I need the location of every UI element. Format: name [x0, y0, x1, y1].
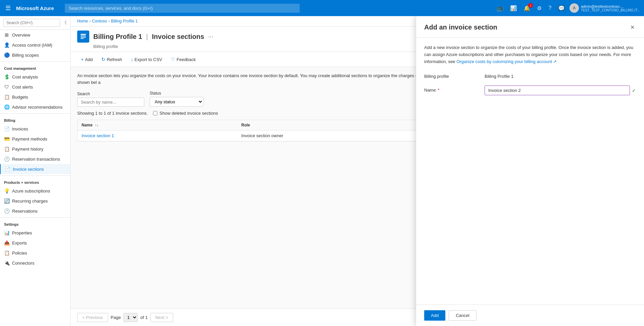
search-label: Search: [77, 92, 144, 96]
svg-rect-3: [81, 38, 84, 39]
sidebar-search-input[interactable]: [3, 19, 60, 27]
add-label: Add: [85, 57, 93, 62]
feedback-button[interactable]: ♡ Feedback: [167, 55, 199, 64]
panel-add-button[interactable]: Add: [424, 310, 445, 321]
of-text: of 1: [140, 315, 148, 320]
previous-button[interactable]: < Previous: [77, 313, 108, 322]
title-separator: |: [146, 33, 148, 41]
user-avatar: A: [569, 3, 579, 13]
app-logo: Microsoft Azure: [16, 5, 54, 11]
svg-rect-0: [81, 34, 86, 35]
add-button[interactable]: + Add: [77, 55, 96, 64]
invoice-section-link[interactable]: Invoice section 1: [82, 133, 114, 138]
sidebar-item-label: Overview: [12, 33, 30, 38]
refresh-button[interactable]: ↻ Refresh: [98, 55, 126, 64]
sidebar-item-payment-history[interactable]: 📋 Payment history: [0, 144, 70, 154]
sidebar-item-advisor[interactable]: 🌐 Advisor recommendations: [0, 102, 70, 112]
help-icon[interactable]: ?: [546, 4, 553, 12]
show-deleted-checkbox[interactable]: [153, 111, 157, 115]
topbar: ☰ Microsoft Azure 📺 📊 🔔 1 ⚙ ? 💬 A admin@…: [0, 0, 644, 16]
main-layout: 《 ⊞ Overview 👤 Access control (IAM) 🔵 Bi…: [0, 16, 644, 326]
panel-close-button[interactable]: ✕: [629, 23, 636, 32]
cost-alerts-icon: 🛡: [4, 84, 9, 90]
breadcrumb-home[interactable]: Home: [77, 19, 88, 23]
feedback-label: Feedback: [177, 57, 196, 62]
export-icon: ↓: [131, 57, 133, 62]
dashboard-icon[interactable]: 📊: [508, 4, 519, 13]
breadcrumb-billing-profile[interactable]: Billing Profile 1: [111, 19, 138, 23]
sidebar-item-reservation-transactions[interactable]: 🕐 Reservation transactions: [0, 154, 70, 164]
sidebar-collapse-btn[interactable]: 《: [62, 20, 67, 26]
sidebar-item-iam[interactable]: 👤 Access control (IAM): [0, 40, 70, 50]
sidebar-item-label: Invoices: [12, 126, 28, 131]
sidebar-item-reservations[interactable]: 🕐 Reservations: [0, 206, 70, 216]
sidebar-item-recurring-charges[interactable]: 🔄 Recurring charges: [0, 196, 70, 206]
show-deleted-label: Show deleted invoice sections: [159, 111, 218, 116]
status-filter: Status Any status Active Inactive: [150, 91, 203, 107]
export-label: Export to CSV: [135, 57, 162, 62]
panel-footer: Add Cancel: [416, 305, 644, 326]
sidebar-item-invoice-sections[interactable]: 📄 Invoice sections: [0, 164, 70, 174]
col-name[interactable]: Name ↑↓: [78, 120, 237, 130]
feedback-icon: ♡: [171, 57, 175, 62]
feedback-icon[interactable]: 💬: [556, 4, 567, 13]
add-invoice-section-panel: Add an invoice section ✕ Add a new invoi…: [416, 16, 644, 326]
user-menu[interactable]: A admin@testtestcontoso.... TEST_TEST_CO…: [569, 3, 640, 13]
invoice-sections-icon: 📄: [5, 166, 10, 172]
panel-title: Add an invoice section: [424, 23, 497, 31]
more-options-btn[interactable]: ···: [208, 33, 213, 40]
billing-scopes-icon: 🔵: [4, 52, 9, 58]
panel-cancel-button[interactable]: Cancel: [449, 310, 476, 321]
notification-badge: 1: [528, 3, 533, 8]
billing-section-label: Billing: [0, 115, 70, 124]
status-select[interactable]: Any status Active Inactive: [150, 97, 203, 107]
status-label: Status: [150, 91, 203, 96]
page-text: Page: [111, 315, 121, 320]
screen-icon[interactable]: 📺: [495, 4, 505, 13]
panel-body: Add a new invoice section to organize th…: [416, 38, 644, 305]
sidebar-item-label: Policies: [12, 251, 27, 256]
sidebar-item-budgets[interactable]: 📋 Budgets: [0, 92, 70, 102]
sidebar-item-billing-scopes[interactable]: 🔵 Billing scopes: [0, 50, 70, 60]
export-button[interactable]: ↓ Export to CSV: [127, 55, 166, 64]
divider-cost: [0, 61, 70, 62]
sidebar-item-connectors[interactable]: 🔌 Connectors: [0, 258, 70, 268]
panel-description-link[interactable]: Organize costs by cutomizing your billin…: [456, 59, 557, 64]
col-role[interactable]: Role: [237, 120, 434, 130]
settings-icon[interactable]: ⚙: [535, 4, 544, 13]
breadcrumb-contoso[interactable]: Contoso: [92, 19, 107, 23]
breadcrumb-sep2: ›: [108, 19, 110, 23]
azure-subs-icon: 💡: [4, 188, 9, 194]
sidebar-item-cost-alerts[interactable]: 🛡 Cost alerts: [0, 82, 70, 92]
cost-management-section: Cost management: [0, 63, 70, 72]
iam-icon: 👤: [4, 42, 9, 48]
search-input[interactable]: [77, 98, 144, 107]
sidebar-item-cost-analysis[interactable]: 💲 Cost analysis: [0, 72, 70, 82]
sidebar-item-policies[interactable]: 📋 Policies: [0, 248, 70, 258]
name-input-wrapper: ✓: [485, 86, 636, 95]
billing-profile-field: Billing profile Billing Profile 1: [424, 72, 636, 79]
page-icon: [77, 31, 89, 43]
notification-icon[interactable]: 🔔 1: [522, 4, 532, 13]
sidebar-item-azure-subscriptions[interactable]: 💡 Azure subscriptions: [0, 186, 70, 196]
page-select[interactable]: 1: [123, 313, 138, 322]
sidebar-item-overview[interactable]: ⊞ Overview: [0, 30, 70, 40]
sidebar-item-properties[interactable]: 📊 Properties: [0, 228, 70, 238]
sidebar-item-exports[interactable]: 📤 Exports: [0, 238, 70, 248]
hamburger-menu[interactable]: ☰: [4, 3, 12, 13]
page-title: Billing Profile 1: [93, 33, 142, 41]
policies-icon: 📋: [4, 250, 9, 256]
next-button[interactable]: Next >: [150, 313, 173, 322]
name-input[interactable]: [485, 86, 630, 95]
overview-icon: ⊞: [4, 32, 9, 38]
sort-icon: ↑↓: [95, 123, 98, 127]
sidebar-item-label: Invoice sections: [13, 167, 44, 172]
svg-rect-1: [81, 36, 86, 36]
breadcrumb-sep1: ›: [89, 19, 91, 23]
svg-rect-2: [81, 37, 86, 38]
top-search-input[interactable]: [65, 4, 300, 13]
sidebar-item-payment-methods[interactable]: 💳 Payment methods: [0, 134, 70, 144]
sidebar-item-invoices[interactable]: 📄 Invoices: [0, 124, 70, 134]
panel-link-text: Organize costs by cutomizing your billin…: [456, 59, 552, 64]
divider-billing: [0, 113, 70, 114]
